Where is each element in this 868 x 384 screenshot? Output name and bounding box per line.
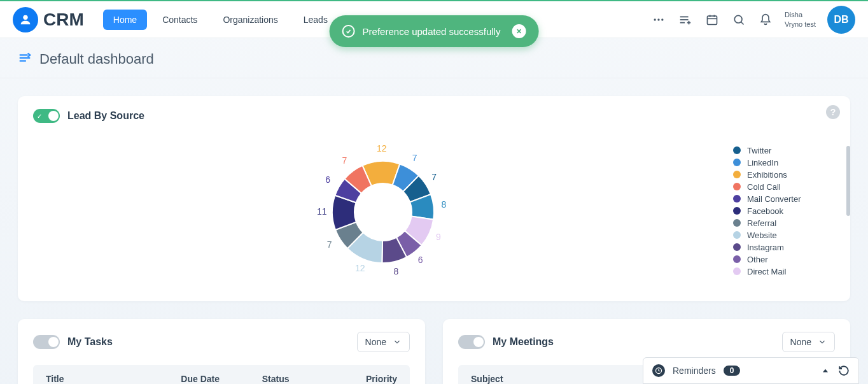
legend-label: Other xyxy=(747,255,768,264)
legend-item[interactable]: Website xyxy=(733,231,841,240)
more-icon[interactable] xyxy=(651,12,666,27)
dropdown-label: None xyxy=(365,337,386,347)
legend-label: Exhibitions xyxy=(747,170,787,180)
legend-swatch xyxy=(733,183,741,190)
legend-item[interactable]: Exhibitions xyxy=(733,170,841,180)
legend-item[interactable]: Referral xyxy=(733,218,841,228)
check-icon: ✓ xyxy=(37,113,42,120)
legend-swatch xyxy=(733,159,741,166)
brand-icon xyxy=(13,7,38,32)
legend-item[interactable]: Other xyxy=(733,255,841,264)
card-lead-by-source: ✓ Lead By Source ? 127789681271167 Twitt… xyxy=(18,96,850,301)
legend-item[interactable]: Instagram xyxy=(733,243,841,252)
reminders-label: Reminders xyxy=(673,366,716,376)
legend-swatch xyxy=(733,146,741,154)
donut-value-label: 6 xyxy=(325,174,330,185)
legend-item[interactable]: Twitter xyxy=(733,146,841,155)
chevron-up-icon[interactable] xyxy=(822,367,829,374)
legend-label: Cold Call xyxy=(747,182,781,192)
svg-point-13 xyxy=(734,15,742,23)
dropdown-my-meetings[interactable]: None xyxy=(782,332,835,352)
chart-legend: TwitterLinkedInExhibitionsCold CallMail … xyxy=(733,146,841,279)
user-name: Disha Vryno test xyxy=(785,10,816,29)
legend-item[interactable]: Cold Call xyxy=(733,182,841,192)
card-header: ✓ Lead By Source xyxy=(33,109,835,123)
legend-item[interactable]: LinkedIn xyxy=(733,158,841,167)
donut-value-label: 8 xyxy=(441,199,446,210)
nav-home[interactable]: Home xyxy=(103,10,147,30)
page-title: Default dashboard xyxy=(39,51,154,68)
legend-swatch xyxy=(733,195,741,203)
toast-success: Preference updated successfully xyxy=(330,15,539,47)
chevron-down-icon xyxy=(818,338,827,346)
legend-swatch xyxy=(733,231,741,239)
toggle-my-meetings[interactable]: ✕ xyxy=(458,335,485,349)
x-icon: ✕ xyxy=(51,339,56,346)
legend-swatch xyxy=(733,243,741,251)
legend-swatch xyxy=(733,267,741,275)
svg-point-2 xyxy=(657,18,659,20)
col-due-date: Due Date xyxy=(181,374,262,384)
donut-value-label: 9 xyxy=(436,232,441,242)
bell-icon[interactable] xyxy=(758,12,773,27)
svg-rect-9 xyxy=(707,16,717,24)
user-name-line2: Vryno test xyxy=(785,20,816,29)
legend-item[interactable]: Direct Mail xyxy=(733,267,841,276)
legend-swatch xyxy=(733,207,741,215)
svg-point-0 xyxy=(23,15,27,19)
donut-chart: 127789681271167 xyxy=(33,136,733,288)
content-area: ✓ Lead By Source ? 127789681271167 Twitt… xyxy=(0,78,868,384)
nav-contacts[interactable]: Contacts xyxy=(152,10,207,30)
dropdown-my-tasks[interactable]: None xyxy=(357,332,410,352)
search-icon[interactable] xyxy=(731,12,746,27)
refresh-icon[interactable] xyxy=(838,365,850,376)
legend-item[interactable]: Facebook xyxy=(733,206,841,216)
x-icon: ✕ xyxy=(476,339,481,346)
legend-scrollbar[interactable] xyxy=(846,146,850,216)
donut-value-label: 12 xyxy=(377,143,387,153)
donut-value-label: 12 xyxy=(355,263,365,273)
dropdown-label: None xyxy=(790,337,811,347)
card-my-tasks: ✕ My Tasks None Title Due Date Status Pr… xyxy=(18,319,425,384)
donut-value-label: 6 xyxy=(418,255,423,265)
reminders-bar[interactable]: Reminders 0 xyxy=(643,357,859,384)
dashboard-icon xyxy=(18,51,32,68)
chart-body: 127789681271167 TwitterLinkedInExhibitio… xyxy=(33,123,835,288)
svg-point-3 xyxy=(661,18,663,20)
legend-item[interactable]: Mail Converter xyxy=(733,194,841,204)
legend-label: Mail Converter xyxy=(747,194,801,204)
donut-value-label: 7 xyxy=(342,155,347,166)
donut-value-label: 7 xyxy=(412,153,417,163)
nav-organizations[interactable]: Organizations xyxy=(213,10,288,30)
card-title: My Meetings xyxy=(493,336,554,348)
brand-name: CRM xyxy=(43,10,84,30)
svg-point-1 xyxy=(654,18,655,20)
legend-label: LinkedIn xyxy=(747,158,778,167)
legend-label: Twitter xyxy=(747,146,771,155)
reminders-count: 0 xyxy=(724,366,741,376)
legend-swatch xyxy=(733,171,741,178)
donut-value-label: 7 xyxy=(431,172,437,182)
donut-value-label: 7 xyxy=(327,239,332,250)
legend-label: Instagram xyxy=(747,243,784,252)
card-title: Lead By Source xyxy=(67,110,144,122)
clock-icon xyxy=(652,364,665,377)
legend-swatch xyxy=(733,255,741,263)
topbar-actions: Disha Vryno test DB xyxy=(651,6,855,34)
playlist-add-icon[interactable] xyxy=(678,12,693,27)
toggle-knob xyxy=(48,111,59,121)
tasks-table-header: Title Due Date Status Priority xyxy=(33,365,410,384)
legend-swatch xyxy=(733,219,741,227)
donut-value-label: 8 xyxy=(393,266,398,276)
toggle-my-tasks[interactable]: ✕ xyxy=(33,335,60,349)
brand-logo[interactable]: CRM xyxy=(13,7,84,32)
card-title: My Tasks xyxy=(67,336,113,348)
help-icon[interactable]: ? xyxy=(826,105,840,119)
check-circle-icon xyxy=(342,25,355,38)
avatar[interactable]: DB xyxy=(827,6,855,34)
close-icon[interactable] xyxy=(512,24,526,38)
calendar-icon[interactable] xyxy=(704,12,720,27)
toggle-lead-by-source[interactable]: ✓ xyxy=(33,109,60,123)
donut-svg xyxy=(319,148,447,276)
user-name-line1: Disha xyxy=(785,10,816,19)
